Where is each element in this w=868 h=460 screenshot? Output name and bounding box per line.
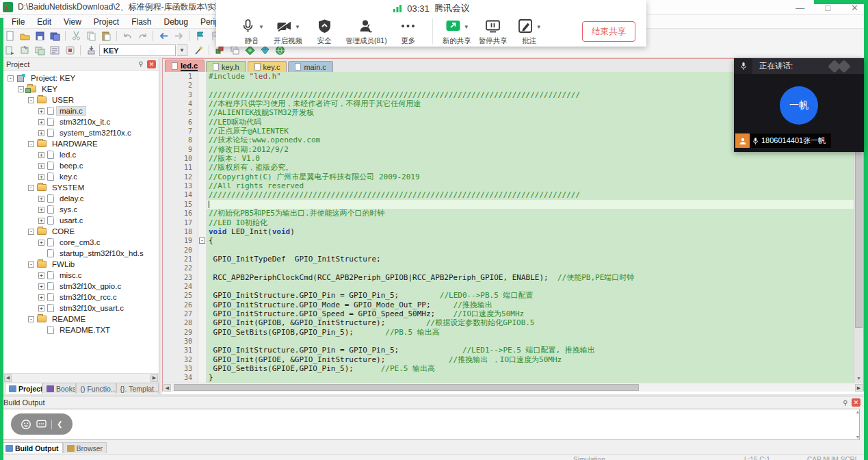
scroll-right-icon[interactable]: ▶ (150, 374, 158, 382)
expander-icon[interactable]: - (18, 86, 24, 92)
hscroll-thumb[interactable] (174, 384, 639, 391)
tree-item-key[interactable]: -KEY (3, 84, 159, 94)
bookmark-toggle-icon[interactable] (193, 30, 207, 42)
menu-flash[interactable]: Flash (125, 15, 157, 28)
dropdown-caret-icon[interactable]: ▼ (295, 24, 300, 30)
menu-view[interactable]: View (57, 15, 88, 28)
editor-tab-led-c[interactable]: led.c (165, 60, 205, 72)
tree-item-delay.c[interactable]: +delay.c (3, 193, 159, 204)
expander-icon[interactable]: + (38, 163, 44, 169)
build-target-icon[interactable] (18, 44, 31, 56)
stop-build-icon[interactable] (63, 44, 77, 56)
expander-icon[interactable]: + (38, 130, 44, 136)
expander-icon[interactable]: + (38, 305, 44, 311)
meeting-button-share[interactable]: ▼新的共享 (442, 18, 472, 46)
build-output-content[interactable] (3, 409, 860, 440)
tree-item-user[interactable]: -USER (3, 94, 159, 105)
dropdown-caret-icon[interactable]: ▼ (464, 24, 469, 30)
expander-icon[interactable]: + (38, 218, 44, 224)
tree-item-stm32f10x_rcc.c[interactable]: +stm32f10x_rcc.c (3, 292, 159, 303)
dropdown-caret-icon[interactable]: ▼ (259, 24, 264, 30)
paste-icon[interactable] (99, 30, 113, 42)
meeting-button-members[interactable]: 管理成员(81) (345, 18, 387, 46)
scroll-right-icon[interactable]: ▶ (855, 384, 863, 392)
target-select[interactable]: KEY (99, 44, 176, 56)
scroll-down-icon[interactable]: ▼ (854, 374, 863, 383)
tree-item-system[interactable]: -SYSTEM (3, 182, 159, 193)
copy-icon[interactable] (84, 30, 98, 42)
bottom-tab-browser[interactable]: Browser (63, 442, 107, 453)
expander-icon[interactable]: + (38, 119, 44, 125)
target-select-dropdown-icon[interactable]: ▼ (177, 44, 187, 56)
scroll-left-icon[interactable]: ◀ (163, 384, 171, 392)
tree-item-sys.c[interactable]: +sys.c (3, 204, 159, 215)
scroll-left-icon[interactable]: ◀ (4, 374, 12, 382)
editor-tab-key-c[interactable]: key.c (248, 61, 287, 72)
tree-item-readme.txt[interactable]: README.TXT (3, 324, 159, 335)
rebuild-all-icon[interactable] (33, 44, 47, 56)
meeting-button-annotate[interactable]: ▼批注 (514, 18, 544, 46)
meeting-button-shield[interactable]: 安全 (309, 18, 339, 46)
panel-tab-functio[interactable]: () Functio... (76, 383, 116, 394)
expander-icon[interactable]: - (28, 261, 34, 268)
expander-icon[interactable]: - (28, 185, 34, 191)
expander-icon[interactable]: + (38, 272, 44, 279)
tree-item-beep.c[interactable]: +beep.c (3, 160, 159, 171)
project-hscrollbar[interactable]: ◀ ▶ (3, 373, 159, 382)
meeting-button-camera[interactable]: ▼开启视频 (273, 18, 303, 46)
end-share-button[interactable]: 结束共享 (582, 21, 635, 42)
editor-tab-main-c[interactable]: main.c (288, 61, 332, 72)
tree-item-core[interactable]: -CORE (3, 226, 159, 237)
expander-icon[interactable]: + (38, 152, 44, 158)
meeting-button-more[interactable]: 更多 (393, 18, 423, 46)
save-icon[interactable] (33, 30, 47, 42)
tree-item-readme[interactable]: -README (3, 314, 159, 324)
tree-item-misc.c[interactable]: +misc.c (3, 270, 159, 281)
panel-tab-books[interactable]: Books (42, 383, 76, 394)
pin-icon[interactable]: ⚲ (841, 398, 850, 407)
panel-tab-project[interactable]: Project (5, 383, 42, 394)
bottom-tab-build-output[interactable]: Build Output (1, 442, 63, 453)
tree-item-startup_stm32f10x_hd.s[interactable]: startup_stm32f10x_hd.s (3, 248, 159, 259)
expander-icon[interactable]: + (38, 174, 44, 180)
open-file-icon[interactable] (18, 30, 31, 42)
build-output-vscrollbar[interactable]: ▲▼ (854, 409, 862, 439)
expander-icon[interactable]: - (8, 75, 14, 81)
dropdown-caret-icon[interactable]: ▼ (536, 24, 542, 30)
close-button[interactable]: ✕ (851, 3, 858, 13)
expander-icon[interactable]: + (38, 207, 44, 213)
tree-item-led.c[interactable]: +led.c (3, 149, 159, 160)
tree-item-stm32f10x_gpio.c[interactable]: +stm32f10x_gpio.c (3, 281, 159, 292)
editor-tab-key-h[interactable]: key.h (206, 61, 246, 72)
tree-item-main.c[interactable]: +main.c (3, 105, 159, 116)
minimize-button[interactable]: — (795, 3, 804, 13)
navigate-back-icon[interactable] (157, 30, 170, 42)
panel-close-icon[interactable]: ✕ (147, 60, 156, 68)
expander-icon[interactable]: + (38, 283, 44, 290)
menu-debug[interactable]: Debug (158, 15, 194, 28)
tree-item-stm32f10x_usart.c[interactable]: +stm32f10x_usart.c (3, 303, 159, 314)
panel-close-icon[interactable]: ✕ (852, 398, 860, 407)
tree-item-core_cm3.c[interactable]: +core_cm3.c (3, 237, 159, 248)
expander-icon[interactable]: - (28, 141, 34, 147)
editor-hscrollbar[interactable]: ◀ ▶ (163, 383, 863, 392)
expander-icon[interactable]: - (28, 229, 34, 235)
expander-icon[interactable]: + (38, 294, 44, 301)
options-wand-icon[interactable] (192, 44, 205, 56)
tree-item-project-key[interactable]: -Project: KEY (3, 73, 159, 84)
download-code-icon[interactable] (84, 44, 98, 56)
tree-item-fwlib[interactable]: -FWLib (3, 259, 159, 270)
cut-icon[interactable] (69, 30, 83, 42)
expander-icon[interactable]: + (38, 108, 44, 114)
expander-icon[interactable]: + (38, 240, 44, 246)
panel-tab-templat[interactable]: {}. Templat... (116, 383, 159, 394)
expander-icon[interactable]: + (38, 196, 44, 202)
tree-item-usart.c[interactable]: +usart.c (3, 215, 159, 226)
pin-icon[interactable]: ⚲ (137, 60, 145, 68)
menu-project[interactable]: Project (88, 15, 125, 28)
tree-item-stm32f10x_it.c[interactable]: +stm32f10x_it.c (3, 116, 159, 127)
collapse-pill-icon[interactable]: ❮ (57, 420, 62, 428)
batch-build-icon[interactable] (48, 44, 62, 56)
navigate-forward-icon[interactable] (172, 30, 185, 42)
save-all-icon[interactable] (48, 30, 62, 42)
